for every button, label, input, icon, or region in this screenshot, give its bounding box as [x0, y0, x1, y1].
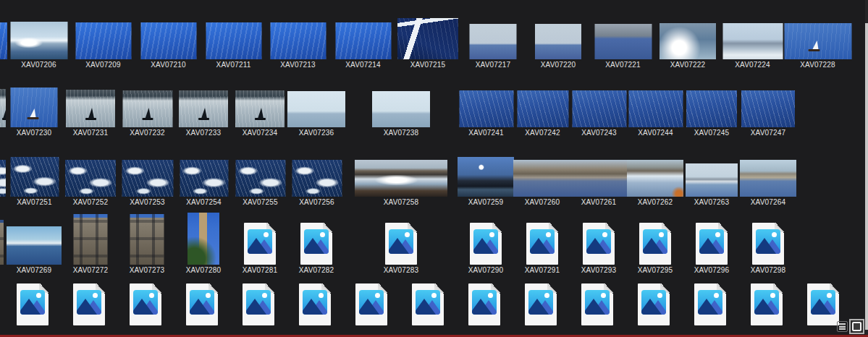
file-item[interactable]: XAV07228 [784, 12, 851, 69]
image-file-icon[interactable] [807, 283, 839, 325]
file-item-partial[interactable] [0, 210, 4, 275]
photo-thumbnail[interactable] [372, 91, 430, 127]
image-file-icon[interactable] [412, 283, 444, 325]
file-item[interactable]: XAV07243 [572, 80, 626, 137]
photo-thumbnail[interactable] [397, 18, 458, 59]
photo-thumbnail[interactable] [517, 90, 568, 127]
file-item[interactable]: XAV07241 [459, 80, 513, 137]
photo-thumbnail[interactable] [0, 160, 6, 197]
file-item[interactable]: XAV07222 [660, 12, 716, 69]
photo-thumbnail[interactable] [74, 214, 108, 265]
image-file-icon[interactable] [355, 283, 387, 325]
photo-thumbnail[interactable] [513, 160, 571, 197]
image-file-icon[interactable] [299, 283, 331, 325]
photo-thumbnail[interactable] [784, 23, 851, 59]
photo-thumbnail[interactable] [206, 22, 261, 59]
photo-thumbnail[interactable] [187, 213, 219, 265]
file-item[interactable]: XAV07214 [335, 12, 391, 69]
photo-thumbnail[interactable] [627, 160, 683, 197]
file-item[interactable]: XAV07234 [235, 80, 285, 137]
file-item[interactable]: XAV07260 [513, 149, 571, 207]
image-file-icon[interactable] [525, 283, 557, 325]
file-item[interactable]: XAV07290 [462, 210, 510, 275]
photo-thumbnail[interactable] [235, 90, 285, 127]
file-item-partial[interactable] [65, 282, 113, 327]
file-item-partial[interactable] [573, 282, 621, 327]
file-item[interactable]: XAV07244 [628, 80, 683, 137]
file-item[interactable]: XAV07254 [180, 149, 228, 207]
file-item-partial[interactable] [291, 282, 339, 327]
photo-thumbnail[interactable] [122, 90, 172, 127]
file-item[interactable]: XAV07263 [686, 149, 738, 207]
file-item[interactable]: XAV07261 [570, 149, 628, 207]
photo-thumbnail[interactable] [686, 163, 738, 197]
file-item[interactable]: XAV07258 [355, 149, 447, 207]
image-file-icon[interactable] [752, 223, 784, 265]
photo-thumbnail[interactable] [75, 22, 131, 59]
photo-thumbnail[interactable] [0, 22, 7, 59]
file-item-partial[interactable] [517, 282, 565, 327]
image-file-icon[interactable] [581, 283, 613, 325]
file-item[interactable]: XAV07230 [10, 80, 58, 137]
image-file-icon[interactable] [639, 223, 671, 265]
file-item[interactable]: XAV07238 [372, 80, 430, 137]
file-item[interactable]: XAV07298 [744, 210, 792, 275]
image-file-icon[interactable] [130, 283, 161, 325]
image-file-icon[interactable] [526, 223, 558, 265]
photo-thumbnail[interactable] [741, 90, 795, 127]
file-item[interactable]: XAV07293 [575, 210, 623, 275]
photo-thumbnail[interactable] [459, 90, 513, 127]
file-item[interactable]: XAV07217 [469, 12, 517, 69]
photo-thumbnail[interactable] [287, 91, 345, 127]
file-item-partial[interactable] [0, 80, 6, 137]
image-file-icon[interactable] [244, 223, 276, 265]
photo-thumbnail[interactable] [140, 22, 196, 59]
image-file-icon[interactable] [300, 223, 332, 265]
photo-thumbnail[interactable] [740, 160, 796, 197]
image-file-icon[interactable] [468, 283, 500, 325]
file-item[interactable]: XAV07232 [122, 80, 172, 137]
file-item[interactable]: XAV07231 [66, 80, 115, 137]
file-item[interactable]: XAV07264 [740, 149, 796, 207]
file-item-partial[interactable] [799, 282, 847, 327]
file-item[interactable]: XAV07281 [236, 210, 284, 275]
file-item-partial[interactable] [9, 282, 56, 327]
photo-thumbnail[interactable] [628, 90, 683, 127]
photo-thumbnail[interactable] [11, 88, 58, 127]
file-item-partial[interactable] [0, 12, 7, 69]
file-item[interactable]: XAV07206 [10, 12, 67, 69]
file-item[interactable]: XAV07236 [287, 80, 345, 137]
file-item-partial[interactable] [122, 282, 169, 327]
photo-thumbnail[interactable] [0, 220, 4, 265]
photo-thumbnail[interactable] [292, 160, 342, 197]
photo-thumbnail[interactable] [180, 160, 228, 197]
photo-thumbnail[interactable] [122, 160, 173, 197]
file-item[interactable]: XAV07255 [235, 149, 285, 207]
file-item-partial[interactable] [630, 282, 678, 327]
thumbnails-view-button[interactable] [849, 319, 864, 334]
photo-thumbnail[interactable] [660, 23, 716, 59]
photo-thumbnail[interactable] [458, 157, 514, 197]
file-item-partial[interactable] [0, 149, 6, 207]
vertical-scrollbar[interactable] [865, 0, 868, 337]
photo-thumbnail[interactable] [594, 24, 652, 59]
file-item[interactable]: XAV07220 [534, 12, 582, 69]
scrollbar-thumb[interactable] [865, 23, 868, 330]
file-item[interactable]: XAV07291 [518, 210, 566, 275]
file-item[interactable]: XAV07215 [397, 12, 458, 69]
image-file-icon[interactable] [696, 223, 728, 265]
image-file-icon[interactable] [583, 223, 615, 265]
file-item[interactable]: XAV07224 [722, 12, 783, 69]
file-item[interactable]: XAV07272 [67, 210, 114, 275]
image-file-icon[interactable] [17, 283, 49, 325]
file-item[interactable]: XAV07221 [594, 12, 652, 69]
photo-thumbnail[interactable] [10, 157, 59, 197]
image-file-icon[interactable] [186, 283, 218, 325]
image-file-icon[interactable] [73, 283, 105, 325]
file-item[interactable]: XAV07295 [631, 210, 679, 275]
file-item[interactable]: XAV07209 [75, 12, 131, 69]
file-item[interactable]: XAV07256 [292, 149, 342, 207]
photo-thumbnail[interactable] [570, 160, 628, 197]
photo-thumbnail[interactable] [0, 89, 6, 127]
photo-thumbnail[interactable] [686, 90, 737, 127]
